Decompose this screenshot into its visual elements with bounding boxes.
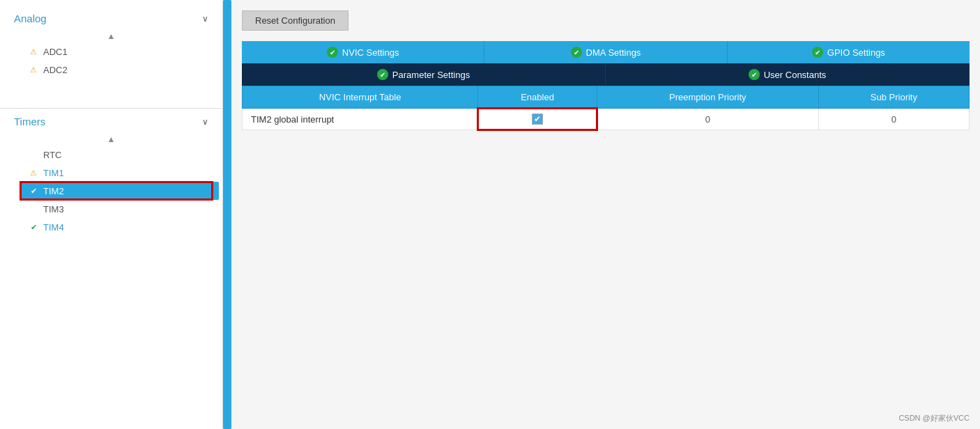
check-icon-param: ✔ [377,69,388,80]
check-icon-tim2: ✔ [28,185,39,196]
sidebar-section-analog-label: Analog [14,13,47,24]
sidebar-item-tim4-label: TIM4 [43,222,64,233]
tab-gpio-settings-label: GPIO Settings [827,47,885,58]
check-icon-nvic: ✔ [327,47,338,58]
scroll-indicator[interactable] [223,0,231,429]
sidebar-item-adc1-label: ADC1 [43,47,68,57]
preemption-priority-cell[interactable]: 0 [597,109,818,130]
sidebar: Analog ∨ ▲ ⚠ ADC1 ⚠ ADC2 Timers ∨ ▲ RTC … [0,0,223,429]
col-header-sub-priority: Sub Priority [818,86,969,109]
sidebar-section-analog[interactable]: Analog ∨ [0,7,222,30]
interrupt-name-cell: TIM2 global interrupt [243,109,478,130]
timers-items: RTC ⚠ TIM1 ✔ TIM2 TIM3 ✔ TIM4 [0,146,222,236]
table-row: TIM2 global interrupt ✔ 0 0 [243,109,970,130]
main-content: Reset Configuration ✔ NVIC Settings ✔ DM… [231,0,980,429]
tabs-container: ✔ NVIC Settings ✔ DMA Settings ✔ GPIO Se… [242,41,970,130]
warning-icon-adc2: ⚠ [28,64,39,75]
sidebar-item-adc2[interactable]: ⚠ ADC2 [21,61,222,79]
check-icon-dma: ✔ [571,47,582,58]
sidebar-item-rtc-label: RTC [43,150,61,160]
reset-configuration-button[interactable]: Reset Configuration [242,10,349,31]
watermark: CSDN @好家伙VCC [898,413,970,423]
sidebar-item-tim2-label: TIM2 [43,186,64,196]
col-header-preemption-priority: Preemption Priority [597,86,818,109]
analog-sort-arrow: ▲ [0,30,222,42]
tab-nvic-settings[interactable]: ✔ NVIC Settings [242,41,484,63]
tab-dma-settings-label: DMA Settings [586,47,641,58]
sidebar-item-tim3[interactable]: TIM3 [21,200,222,218]
nvic-table: NVIC Interrupt Table Enabled Preemption … [242,86,970,130]
no-icon-rtc [28,149,39,160]
scroll-thumb [223,0,231,429]
no-icon-tim3 [28,203,39,214]
tabs-row2: ✔ Parameter Settings ✔ User Constants [242,63,970,86]
sidebar-item-rtc[interactable]: RTC [21,146,222,164]
tab-dma-settings[interactable]: ✔ DMA Settings [484,41,727,63]
sidebar-item-tim3-label: TIM3 [43,204,64,214]
tabs-row1: ✔ NVIC Settings ✔ DMA Settings ✔ GPIO Se… [242,41,970,63]
sub-priority-cell[interactable]: 0 [818,109,969,130]
tab-parameter-settings[interactable]: ✔ Parameter Settings [242,63,606,86]
tab-user-constants[interactable]: ✔ User Constants [606,63,970,86]
check-icon-tim4: ✔ [28,221,39,233]
tab-user-constants-label: User Constants [764,70,827,80]
sidebar-section-timers-label: Timers [14,116,45,127]
timers-sort-arrow: ▲ [0,133,222,146]
sidebar-item-adc2-label: ADC2 [43,65,68,75]
sidebar-item-adc1[interactable]: ⚠ ADC1 [21,42,222,61]
enabled-cell[interactable]: ✔ [478,109,597,130]
sidebar-item-tim1[interactable]: ⚠ TIM1 [21,164,222,182]
warning-icon-adc1: ⚠ [28,46,39,57]
col-header-enabled: Enabled [478,86,597,109]
col-header-nvic-interrupt-table: NVIC Interrupt Table [243,86,478,109]
sidebar-section-analog-chevron: ∨ [202,14,208,24]
sidebar-item-tim2[interactable]: ✔ TIM2 [21,182,219,200]
sidebar-section-timers-chevron: ∨ [202,117,208,127]
check-icon-gpio: ✔ [812,47,823,58]
enabled-checkbox[interactable]: ✔ [532,114,543,125]
warning-icon-tim1: ⚠ [28,167,39,178]
tab-parameter-settings-label: Parameter Settings [392,70,470,80]
tab-nvic-settings-label: NVIC Settings [342,47,399,58]
sidebar-section-timers[interactable]: Timers ∨ [0,110,222,133]
check-icon-user: ✔ [749,69,760,80]
sidebar-item-tim1-label: TIM1 [43,168,64,178]
sidebar-divider-timers [0,108,222,109]
analog-items: ⚠ ADC1 ⚠ ADC2 [0,42,222,79]
sidebar-item-tim4[interactable]: ✔ TIM4 [21,218,222,236]
tab-gpio-settings[interactable]: ✔ GPIO Settings [728,41,970,63]
